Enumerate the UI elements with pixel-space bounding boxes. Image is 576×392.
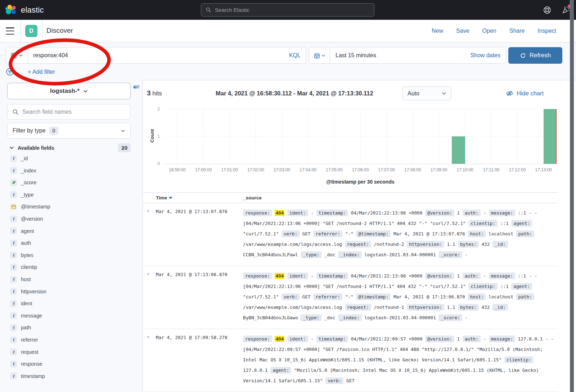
doc-source: response: 404 ident: - timestamp: 04/Mar…: [243, 334, 558, 386]
field-name-label: ident: [21, 301, 32, 306]
expand-row-icon[interactable]: ›: [147, 271, 150, 277]
elastic-brand[interactable]: elastic: [5, 4, 44, 16]
app-nav-bar: D Discover NewSaveOpenShareInspect: [0, 20, 576, 42]
highlighted-value: 404: [275, 210, 284, 216]
field-name-label: _id: [21, 156, 28, 161]
sidebar-field-timestamp[interactable]: @timestamp: [10, 202, 50, 211]
y-tick-label: 0: [157, 161, 160, 166]
grid-line: [491, 109, 491, 164]
doc-time: Mar 4, 2021 @ 17:13:06.870: [156, 271, 243, 323]
calendar-dropdown-button[interactable]: [309, 48, 330, 63]
sidebar-field-httpversion[interactable]: thttpversion: [10, 287, 46, 296]
nav-action-new[interactable]: New: [432, 28, 443, 34]
sidebar-field-auth[interactable]: tauth: [10, 239, 31, 247]
nav-action-share[interactable]: Share: [509, 28, 525, 34]
help-icon[interactable]: [543, 6, 552, 14]
sidebar-field-index[interactable]: t_index: [10, 166, 36, 175]
grid-line: [164, 136, 557, 136]
y-tick-label: 1: [157, 134, 160, 139]
global-search-box[interactable]: [201, 3, 374, 17]
sidebar-field-bytes[interactable]: tbytes: [10, 251, 33, 260]
source-field-key: _score:: [438, 251, 462, 258]
histogram-chart[interactable]: Count @timestamp per 30 seconds 16:59:00…: [164, 109, 557, 164]
sidebar-field-referrer[interactable]: treferrer: [10, 335, 38, 344]
doc-time: Mar 4, 2021 @ 17:13:07.876: [156, 208, 243, 260]
sidebar-field-response[interactable]: tresponse: [10, 360, 42, 368]
nav-action-save[interactable]: Save: [456, 28, 469, 34]
histogram-time-span: Mar 4, 2021 @ 16:58:30.112 - Mar 4, 2021…: [216, 90, 373, 97]
sidebar-field-agent[interactable]: tagent: [10, 227, 34, 235]
discover-app-badge[interactable]: D: [25, 25, 37, 37]
global-search-input[interactable]: [215, 7, 370, 13]
sidebar-field-type[interactable]: t_type: [10, 190, 33, 199]
collapse-sidebar-icon[interactable]: [132, 84, 140, 91]
chevron-down-icon: [121, 129, 125, 133]
histogram-bar[interactable]: [452, 136, 465, 164]
sidebar-field-request[interactable]: trequest: [10, 348, 38, 356]
sidebar-field-id[interactable]: t_id: [10, 154, 28, 163]
sidebar-field-score[interactable]: #_score: [10, 178, 37, 187]
filter-icon[interactable]: [6, 68, 14, 76]
source-field-key: _type:: [301, 314, 321, 321]
field-name-label: agent: [21, 228, 34, 234]
x-tick-label: 17:08:00: [404, 167, 421, 172]
add-filter-link[interactable]: + Add filter: [28, 69, 55, 75]
expand-column: ›: [143, 271, 156, 323]
field-search-input[interactable]: [22, 109, 126, 115]
source-field-key: @version:: [425, 272, 454, 279]
expand-row-icon[interactable]: ›: [147, 334, 150, 340]
histogram-bar[interactable]: [544, 109, 557, 164]
global-header: elastic: [0, 0, 576, 20]
y-axis-title: Count: [149, 129, 155, 143]
sidebar-field-version[interactable]: t@version: [10, 215, 43, 223]
date-picker: Last 15 minutes Show dates: [309, 47, 506, 64]
sidebar-field-host[interactable]: thost: [10, 275, 31, 284]
source-column-header: _source: [243, 195, 262, 200]
divider: [21, 20, 21, 42]
kql-language-button[interactable]: KQL: [289, 52, 301, 59]
sidebar-field-message[interactable]: tmessage: [10, 311, 42, 320]
field-search-box: [7, 104, 131, 120]
scrollbar[interactable]: [570, 0, 574, 392]
time-column-header[interactable]: Time: [156, 195, 172, 200]
source-field-key: response:: [243, 335, 272, 342]
sidebar-field-clientip[interactable]: tclientip: [10, 263, 37, 271]
doc-table-row: ›Mar 4, 2021 @ 17:13:06.870response: 404…: [143, 266, 558, 329]
menu-icon[interactable]: [6, 27, 14, 35]
field-type-t-icon: t: [10, 288, 17, 295]
source-field-key: @timestamp:: [356, 293, 391, 300]
show-dates-link[interactable]: Show dates: [470, 52, 500, 59]
interval-select[interactable]: Auto: [402, 86, 451, 100]
query-input[interactable]: [33, 52, 289, 59]
nav-action-open[interactable]: Open: [482, 28, 496, 34]
refresh-button[interactable]: Refresh: [508, 47, 562, 64]
nav-action-inspect[interactable]: Inspect: [537, 28, 556, 34]
source-field-key: clientip:: [504, 356, 534, 363]
source-field-key: _id:: [492, 304, 508, 311]
field-name-label: @timestamp: [21, 204, 50, 209]
index-pattern-selector[interactable]: logstash-*: [7, 83, 131, 99]
filter-by-type-dropdown[interactable]: Filter by type 0: [7, 123, 131, 139]
saved-query-button[interactable]: [6, 47, 28, 64]
newsfeed-icon[interactable]: [562, 6, 570, 14]
source-field-key: host:: [468, 293, 486, 300]
hide-chart-link[interactable]: Hide chart: [506, 90, 544, 97]
sidebar-field-timestamp[interactable]: ttimestamp: [10, 372, 45, 380]
nav-actions: NewSaveOpenShareInspect: [432, 20, 556, 42]
field-name-label: @version: [21, 216, 43, 222]
elastic-logo-icon: [5, 4, 17, 16]
source-field-key: ident:: [287, 272, 308, 279]
doc-table-header: Time _source: [143, 192, 558, 203]
field-type-number-icon: #: [10, 179, 17, 186]
field-type-t-icon: t: [10, 252, 17, 258]
field-type-t-icon: t: [10, 264, 17, 271]
sidebar: logstash-* Filter by type 0 Av: [0, 80, 142, 392]
field-name-label: message: [21, 313, 42, 319]
available-fields-header[interactable]: Available fields 20: [9, 143, 132, 152]
expand-row-icon[interactable]: ›: [147, 208, 150, 214]
sidebar-field-ident[interactable]: tident: [10, 299, 32, 308]
sidebar-field-path[interactable]: tpath: [10, 323, 31, 332]
time-range-value[interactable]: Last 15 minutes: [336, 52, 376, 59]
field-type-t-icon: t: [10, 312, 17, 319]
chevron-down-icon: [19, 53, 23, 58]
